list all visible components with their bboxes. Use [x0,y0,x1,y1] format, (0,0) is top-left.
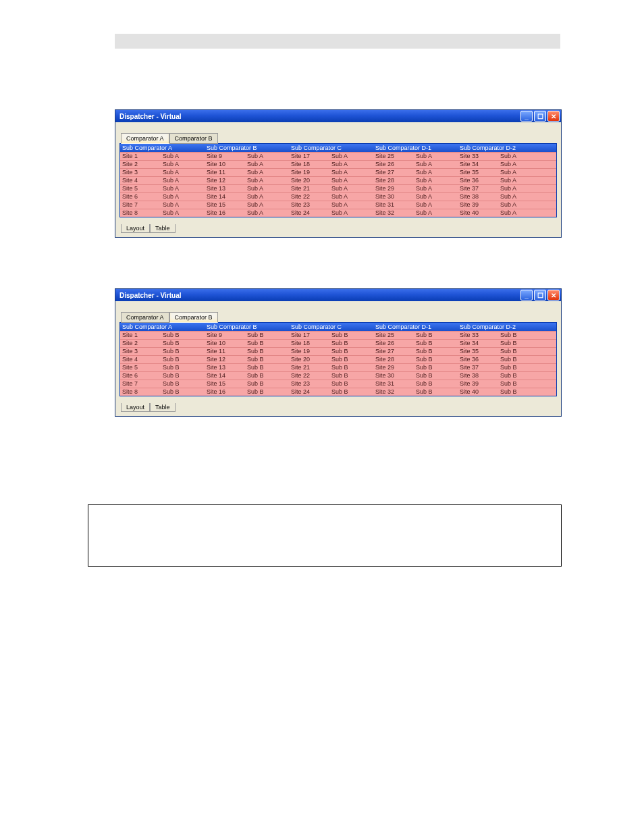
sub-cell: Sub A [161,209,205,217]
tab-label: Comparator B [175,135,213,142]
sub-cell: Sub B [498,356,535,363]
site-cell: Site 23 [289,201,329,209]
table-row[interactable]: Site 3Sub BSite 11Sub BSite 19Sub BSite … [120,347,556,355]
site-cell: Site 33 [458,332,498,339]
site-cell: Site 25 [373,153,414,160]
sub-cell: Sub B [498,332,535,339]
sub-cell: Sub A [498,185,535,192]
minimize-button[interactable]: _ [520,111,533,122]
site-cell: Site 35 [458,169,498,176]
sub-cell: Sub A [498,169,535,176]
col-header-d2[interactable]: Sub Comparator D-2 [458,323,535,331]
table-row[interactable]: Site 4Sub ASite 12Sub ASite 20Sub ASite … [120,176,556,184]
maximize-button[interactable]: ☐ [534,111,546,122]
site-cell: Site 28 [373,356,414,363]
table-row[interactable]: Site 3Sub ASite 11Sub ASite 19Sub ASite … [120,168,556,176]
sub-cell: Sub B [329,340,373,347]
sub-cell: Sub A [245,201,289,209]
site-cell: Site 13 [205,364,245,371]
sub-cell: Sub A [414,209,458,217]
col-header-b[interactable]: Sub Comparator B [205,144,289,152]
site-cell: Site 27 [373,169,414,176]
bottom-tab-layout[interactable]: Layout [121,403,150,412]
sub-cell: Sub B [245,388,289,396]
site-cell: Site 6 [120,372,161,380]
sub-cell: Sub B [161,380,205,388]
sub-cell: Sub B [414,340,458,347]
titlebar[interactable]: Dispatcher - Virtual _ ☐ ✕ [115,289,561,301]
table-row[interactable]: Site 2Sub BSite 10Sub BSite 18Sub BSite … [120,339,556,347]
table-row[interactable]: Site 4Sub BSite 12Sub BSite 20Sub BSite … [120,355,556,363]
site-cell: Site 11 [205,169,245,176]
sub-cell: Sub A [498,193,535,201]
sub-cell: Sub B [245,332,289,339]
col-header-a[interactable]: Sub Comparator A [120,323,205,331]
bottom-tab-table[interactable]: Table [150,403,176,412]
site-cell: Site 20 [289,177,329,184]
site-cell: Site 2 [120,340,161,347]
maximize-button[interactable]: ☐ [534,290,546,301]
close-button[interactable]: ✕ [547,111,560,122]
table-row[interactable]: Site 1Sub BSite 9Sub BSite 17Sub BSite 2… [120,331,556,339]
col-header-c[interactable]: Sub Comparator C [289,323,373,331]
sub-cell: Sub A [498,153,535,160]
close-icon: ✕ [551,113,556,120]
col-header-a[interactable]: Sub Comparator A [120,144,205,152]
tab-comparator-a[interactable]: Comparator A [121,312,169,323]
site-cell: Site 30 [373,372,414,380]
site-cell: Site 36 [458,356,498,363]
table-row[interactable]: Site 6Sub BSite 14Sub BSite 22Sub BSite … [120,371,556,380]
site-cell: Site 20 [289,356,329,363]
dispatcher-window-b: Dispatcher - Virtual _ ☐ ✕ Comparator A … [115,288,562,417]
sub-cell: Sub A [245,185,289,192]
sub-cell: Sub A [329,177,373,184]
sub-cell: Sub A [329,185,373,192]
table-row[interactable]: Site 5Sub BSite 13Sub BSite 21Sub BSite … [120,363,556,371]
site-cell: Site 32 [373,209,414,217]
table-row[interactable]: Site 5Sub ASite 13Sub ASite 21Sub ASite … [120,184,556,192]
sub-cell: Sub A [245,169,289,176]
sub-cell: Sub A [414,201,458,209]
sub-cell: Sub A [414,193,458,201]
col-header-c[interactable]: Sub Comparator C [289,144,373,152]
site-cell: Site 13 [205,185,245,192]
table-row[interactable]: Site 1Sub ASite 9Sub ASite 17Sub ASite 2… [120,152,556,160]
bottom-tab-table[interactable]: Table [150,224,176,233]
table-row[interactable]: Site 8Sub BSite 16Sub BSite 24Sub BSite … [120,388,556,396]
minimize-icon: _ [525,292,529,299]
col-header-d1[interactable]: Sub Comparator D-1 [373,144,458,152]
close-button[interactable]: ✕ [547,290,560,301]
site-cell: Site 7 [120,201,161,209]
sub-cell: Sub A [414,153,458,160]
site-cell: Site 37 [458,364,498,371]
sub-cell: Sub B [161,340,205,347]
table-row[interactable]: Site 8Sub ASite 16Sub ASite 24Sub ASite … [120,209,556,217]
col-header-d2[interactable]: Sub Comparator D-2 [458,144,535,152]
table-row[interactable]: Site 7Sub ASite 15Sub ASite 23Sub ASite … [120,201,556,209]
tab-comparator-a[interactable]: Comparator A [121,133,169,144]
col-header-d1[interactable]: Sub Comparator D-1 [373,323,458,331]
site-cell: Site 11 [205,348,245,355]
sub-cell: Sub B [245,364,289,371]
site-cell: Site 37 [458,185,498,192]
sub-cell: Sub B [161,356,205,363]
titlebar[interactable]: Dispatcher - Virtual _ ☐ ✕ [115,110,561,122]
sub-cell: Sub B [498,388,535,396]
sub-cell: Sub B [161,388,205,396]
sub-cell: Sub B [245,340,289,347]
col-header-b[interactable]: Sub Comparator B [205,323,289,331]
tab-comparator-b[interactable]: Comparator B [169,133,218,144]
site-cell: Site 38 [458,372,498,380]
table-row[interactable]: Site 2Sub ASite 10Sub ASite 18Sub ASite … [120,160,556,168]
table-row[interactable]: Site 7Sub BSite 15Sub BSite 23Sub BSite … [120,380,556,388]
sub-cell: Sub A [414,169,458,176]
tab-comparator-b[interactable]: Comparator B [169,312,218,323]
site-cell: Site 36 [458,177,498,184]
sub-cell: Sub A [498,209,535,217]
site-cell: Site 2 [120,161,161,168]
bottom-tab-layout[interactable]: Layout [121,224,150,233]
site-cell: Site 12 [205,177,245,184]
table-row[interactable]: Site 6Sub ASite 14Sub ASite 22Sub ASite … [120,192,556,201]
minimize-button[interactable]: _ [520,290,533,301]
site-cell: Site 27 [373,348,414,355]
